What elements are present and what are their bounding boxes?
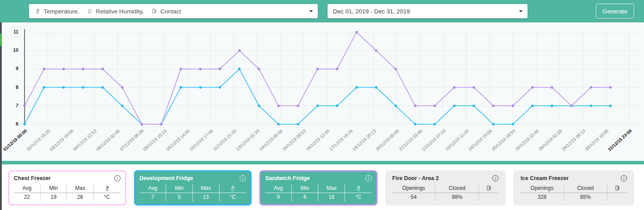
sensor-type-select[interactable]: Temperature, Relative Humidity, Contact bbox=[29, 4, 318, 18]
y-tick-label: 10 bbox=[0, 47, 21, 53]
thermometer-icon bbox=[94, 184, 120, 193]
date-range-select[interactable]: Dec 01, 2019 - Dec 31, 2019 bbox=[328, 4, 528, 18]
card-header: Development Fridge bbox=[140, 174, 246, 182]
stat-value: 16 bbox=[318, 193, 345, 202]
stat-value: 6 bbox=[292, 193, 319, 202]
card-header: Ice Cream Freezer bbox=[520, 174, 627, 182]
stat-column-header: Openings bbox=[520, 184, 564, 193]
date-range-value: Dec 01, 2019 - Dec 31, 2019 bbox=[333, 8, 410, 15]
device-cards-row: Chest Freezer AvgMinMax 221926°C Develop… bbox=[0, 164, 644, 206]
stat-value: 98% bbox=[436, 193, 479, 202]
y-tick-label: 6 bbox=[0, 121, 21, 126]
sensor-item: Contact bbox=[151, 8, 181, 15]
stat-value: 26 bbox=[67, 193, 94, 202]
chevron-down-icon bbox=[519, 10, 523, 13]
y-tick-label: 7 bbox=[0, 103, 21, 108]
stat-column-header: Closed bbox=[564, 184, 607, 193]
card-stats-table: AvgMinMax 221926°C bbox=[14, 184, 120, 202]
stat-value: °C bbox=[345, 193, 372, 202]
thermometer-icon bbox=[345, 184, 372, 193]
card-stats-table: AvgMinMax 7513°C bbox=[140, 184, 246, 202]
device-card[interactable]: Chest Freezer AvgMinMax 221926°C bbox=[8, 170, 126, 206]
stat-column-header: Avg bbox=[140, 184, 166, 193]
chevron-down-icon bbox=[309, 10, 313, 13]
card-title: Ice Cream Freezer bbox=[520, 175, 569, 181]
sensor-item-label: Relative Humidity, bbox=[96, 8, 144, 15]
info-icon[interactable] bbox=[621, 175, 627, 181]
card-header: Sandwich Fridge bbox=[265, 174, 372, 182]
scrollbar-thumb[interactable] bbox=[0, 34, 2, 46]
stat-value: 19 bbox=[41, 193, 67, 202]
stat-value: 13 bbox=[193, 193, 220, 202]
stat-column-header: Max bbox=[193, 184, 220, 193]
sensor-item: Relative Humidity, bbox=[87, 8, 144, 15]
stat-value bbox=[607, 193, 627, 202]
sensor-select-value: Temperature, Relative Humidity, Contact bbox=[34, 8, 188, 15]
card-header: Chest Freezer bbox=[14, 174, 120, 182]
generate-button[interactable]: Generate bbox=[596, 4, 634, 19]
y-tick-label: 9 bbox=[0, 66, 21, 71]
info-icon[interactable] bbox=[114, 175, 120, 181]
card-stats-table: OpeningsClosed 32885% bbox=[520, 184, 627, 202]
info-icon[interactable] bbox=[492, 175, 499, 181]
device-card[interactable]: Development Fridge AvgMinMax 7513°C bbox=[134, 170, 252, 206]
stat-column-header: Min bbox=[41, 184, 67, 193]
sensor-item: Temperature, bbox=[34, 8, 79, 15]
stat-value: 7 bbox=[140, 193, 166, 202]
sensor-item-label: Temperature, bbox=[44, 8, 79, 15]
card-stats-table: AvgMinMax 9616°C bbox=[265, 184, 372, 202]
card-stats-table: OpeningsClosed 5498% bbox=[392, 184, 499, 202]
door-icon bbox=[607, 184, 627, 193]
stat-column-header: Max bbox=[318, 184, 345, 193]
stat-value: 54 bbox=[392, 193, 436, 202]
y-tick-label: 11 bbox=[0, 29, 21, 34]
left-scrollbar[interactable] bbox=[0, 22, 2, 210]
card-title: Development Fridge bbox=[140, 175, 193, 181]
info-icon[interactable] bbox=[240, 175, 246, 181]
sensor-item-label: Contact bbox=[160, 8, 181, 15]
monitoring-report-page: Temperature, Relative Humidity, Contact … bbox=[0, 0, 644, 210]
stat-column-header: Avg bbox=[265, 184, 292, 193]
stat-value: 5 bbox=[166, 193, 193, 202]
stat-column-header: Closed bbox=[436, 184, 479, 193]
card-header: Fire Door - Area 2 bbox=[392, 174, 499, 182]
stat-column-header: Min bbox=[292, 184, 319, 193]
stat-value bbox=[479, 193, 499, 202]
card-title: Sandwich Fridge bbox=[265, 175, 310, 181]
info-icon[interactable] bbox=[366, 175, 372, 181]
line-chart: 67891011 01/12/19 00:0002/12/19 15:2003/… bbox=[0, 22, 644, 161]
stat-value: 85% bbox=[564, 193, 607, 202]
door-icon bbox=[479, 184, 499, 193]
stat-value: 328 bbox=[520, 193, 564, 202]
card-title: Fire Door - Area 2 bbox=[392, 175, 439, 181]
door-icon bbox=[151, 8, 157, 14]
card-title: Chest Freezer bbox=[14, 175, 51, 181]
droplet-icon bbox=[87, 8, 93, 14]
thermometer-icon bbox=[34, 8, 41, 14]
device-card[interactable]: Fire Door - Area 2 OpeningsClosed 5498% bbox=[385, 170, 506, 206]
stat-column-header: Openings bbox=[392, 184, 436, 193]
stat-value: °C bbox=[94, 193, 120, 202]
stat-value: 22 bbox=[14, 193, 41, 202]
stat-column-header: Max bbox=[67, 184, 94, 193]
divider-band bbox=[0, 161, 644, 164]
stat-column-header: Avg bbox=[14, 184, 41, 193]
toolbar: Temperature, Relative Humidity, Contact … bbox=[0, 0, 644, 22]
stat-value: 9 bbox=[265, 193, 292, 202]
device-card[interactable]: Sandwich Fridge AvgMinMax 9616°C bbox=[259, 170, 378, 206]
stat-value: °C bbox=[220, 193, 246, 202]
y-tick-label: 8 bbox=[0, 84, 21, 90]
device-card[interactable]: Ice Cream Freezer OpeningsClosed 32885% bbox=[513, 170, 634, 206]
stat-column-header: Min bbox=[166, 184, 193, 193]
thermometer-icon bbox=[220, 184, 246, 193]
